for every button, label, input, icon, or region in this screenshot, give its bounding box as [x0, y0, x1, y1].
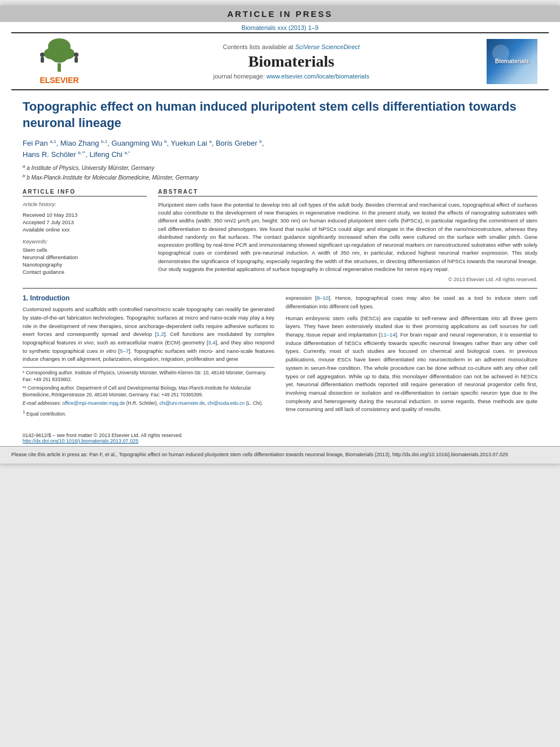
email-link-1[interactable]: office@mpi-muenster.mpg.de: [62, 400, 125, 406]
footnote-corresponding-1: * Corresponding author. Institute of Phy…: [23, 370, 274, 383]
abstract-header: ABSTRACT: [158, 189, 537, 196]
ref-link-4[interactable]: 8–10: [317, 295, 329, 301]
section-divider: [23, 288, 537, 289]
sciverse-link[interactable]: SciVerse ScienceDirect: [295, 43, 360, 50]
elsevier-wordmark: ELSEVIER: [40, 76, 78, 85]
email-link-3[interactable]: chi@suda.edu.cn: [208, 400, 245, 406]
affiliations: a a Institute of Physics, University Mün…: [23, 163, 537, 182]
svg-point-8: [74, 53, 78, 57]
received-date: Received 10 May 2013: [23, 212, 147, 218]
intro-right-col: expression [8–10]. Hence, topographical …: [286, 294, 537, 419]
svg-rect-7: [41, 57, 44, 63]
section-title-text: Introduction: [30, 294, 69, 302]
intro-section-title: 1. Introduction: [23, 294, 274, 302]
homepage-url[interactable]: www.elsevier.com/locate/biomaterials: [266, 73, 369, 80]
intro-section: 1. Introduction Customized supports and …: [23, 294, 537, 425]
info-abstract-section: ARTICLE INFO Article history: Received 1…: [23, 189, 537, 282]
bottom-cite-bar: Please cite this article in press as: Pa…: [0, 446, 560, 464]
accepted-date: Accepted 7 July 2013: [23, 219, 147, 225]
intro-para-1: Customized supports and scaffolds with c…: [23, 305, 274, 364]
intro-right-para-2: Human embryonic stem cells (hESCs) are c…: [286, 314, 537, 414]
abstract-text: Pluripotent stem cells have the potentia…: [158, 201, 537, 273]
journal-name: Biomaterials: [96, 53, 487, 71]
biomaterials-logo-text: Biomaterials: [495, 58, 529, 64]
footnote-equal: 1 Equal contribution.: [23, 409, 274, 418]
sciverse-line: Contents lists available at SciVerse Sci…: [96, 43, 487, 50]
ref-link-3[interactable]: 5–7: [120, 348, 129, 354]
aip-banner: ARTICLE IN PRESS: [0, 6, 560, 22]
keyword-0: Stem cells: [23, 247, 147, 253]
keyword-1: Neuronal differentiation: [23, 254, 147, 260]
abstract-col: ABSTRACT Pluripotent stem cells have the…: [158, 189, 537, 282]
authors-line: Fei Pan a,1, Miao Zhang b,1, Guangming W…: [23, 138, 537, 160]
footnote-email: E-mail addresses: office@mpi-muenster.mp…: [23, 400, 274, 407]
keyword-2: Nanotopography: [23, 261, 147, 268]
svg-point-6: [40, 53, 45, 57]
homepage-label: journal homepage:: [213, 73, 265, 80]
email-link-2[interactable]: chi@uni-muenster.de: [159, 400, 204, 406]
keywords-label: Keywords:: [23, 238, 147, 244]
footnote-corresponding-2: ** Corresponding author. Department of C…: [23, 385, 274, 399]
ref-link-1[interactable]: 1,2: [156, 331, 164, 337]
intro-left-col: 1. Introduction Customized supports and …: [23, 294, 274, 419]
history-label: Article history:: [23, 201, 147, 207]
elsevier-logo: ELSEVIER: [23, 38, 96, 85]
footnotes-area: * Corresponding author. Institute of Phy…: [23, 367, 274, 417]
journal-homepage: journal homepage: www.elsevier.com/locat…: [96, 73, 487, 80]
cite-text: Please cite this article in press as: Pa…: [11, 452, 508, 457]
affiliation-b: b Max-Planck-Institute for Molecular Bio…: [27, 174, 199, 181]
aip-banner-text: ARTICLE IN PRESS: [227, 9, 333, 19]
journal-header: ELSEVIER Contents lists available at Sci…: [11, 33, 549, 90]
article-title: Topographic effect on human induced plur…: [23, 99, 537, 131]
journal-ref-text: Biomaterials xxx (2013) 1–9: [242, 24, 318, 31]
issn-line: 0142-9612/$ – see front matter © 2013 El…: [0, 430, 560, 446]
journal-title-area: Contents lists available at SciVerse Sci…: [96, 43, 487, 80]
available-online: Available online xxx: [23, 226, 147, 233]
contents-text: Contents lists available at: [223, 43, 294, 50]
doi-link[interactable]: http://dx.doi.org/10.1016/j.biomaterials…: [23, 438, 138, 444]
keyword-3: Contact guidance: [23, 269, 147, 275]
svg-rect-9: [75, 57, 78, 63]
affiliation-a: a Institute of Physics, University Münst…: [27, 165, 154, 172]
journal-reference: Biomaterials xxx (2013) 1–9: [0, 22, 560, 32]
issn-text: 0142-9612/$ – see front matter © 2013 El…: [23, 433, 183, 438]
ref-link-5[interactable]: 11–14: [380, 331, 395, 338]
svg-rect-1: [58, 63, 61, 72]
article-info-col: ARTICLE INFO Article history: Received 1…: [23, 189, 147, 282]
svg-point-5: [50, 49, 68, 63]
article-content: Topographic effect on human induced plur…: [0, 90, 560, 430]
ref-link-2[interactable]: 3,4: [208, 339, 216, 346]
copyright-line: © 2013 Elsevier Ltd. All rights reserved…: [158, 277, 537, 282]
elsevier-tree-icon: [31, 38, 88, 75]
section-number: 1.: [23, 294, 28, 302]
biomaterials-logo-right: Biomaterials: [487, 39, 537, 84]
article-info-header: ARTICLE INFO: [23, 189, 147, 196]
intro-right-para-1: expression [8–10]. Hence, topographical …: [286, 294, 537, 311]
